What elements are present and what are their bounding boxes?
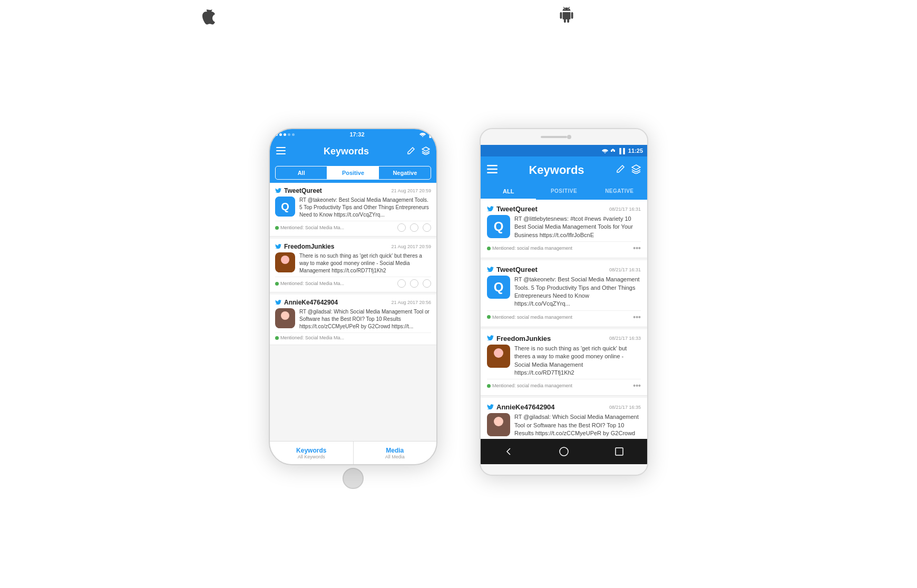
ios-bottom-tab-media[interactable]: Media All Media bbox=[354, 442, 437, 464]
ios-phone-wrapper: 17:32 ▐ bbox=[269, 128, 437, 492]
ios-tweet-1-actions[interactable] bbox=[397, 223, 431, 232]
android-tweet-3-user: FreedomJunkies bbox=[487, 335, 551, 342]
ios-bottom-tab-keywords[interactable]: Keywords All Keywords bbox=[270, 442, 354, 464]
android-tab-positive[interactable]: POSITIVE bbox=[536, 184, 591, 200]
android-tweet-1-user: TweetQureet bbox=[487, 205, 538, 213]
android-tab-negative[interactable]: NEGATIVE bbox=[592, 184, 647, 200]
ios-tweet-1[interactable]: TweetQureet 21 Aug 2017 20:59 Q RT @take… bbox=[270, 183, 436, 237]
svg-rect-2 bbox=[276, 150, 286, 151]
android-menu-icon[interactable] bbox=[487, 165, 497, 175]
ios-edit-icon[interactable] bbox=[407, 146, 415, 156]
ios-tweet-3-date: 21 Aug 2017 20:56 bbox=[391, 300, 431, 305]
ios-tweet-3-body: RT @giladsal: Which Social Media Managem… bbox=[275, 308, 431, 330]
ios-bottom-tab-media-label: Media bbox=[386, 447, 404, 454]
android-tweet-4[interactable]: AnnieKe47642904 08/21/17 16:35 bbox=[481, 398, 647, 439]
ios-tweet-1-username: TweetQureet bbox=[284, 187, 322, 194]
android-edit-icon[interactable] bbox=[616, 164, 625, 176]
android-battery: ▐▐ bbox=[618, 148, 625, 154]
svg-text:Q: Q bbox=[494, 219, 504, 233]
android-tweet-2-more[interactable]: ••• bbox=[633, 313, 641, 321]
ios-app-header: Keywords bbox=[270, 140, 436, 163]
ios-tweet-2-action-3[interactable] bbox=[423, 279, 431, 288]
iphone-frame: 17:32 ▐ bbox=[269, 128, 437, 465]
ios-tweet-2-date: 21 Aug 2017 20:59 bbox=[391, 244, 431, 249]
android-tweet-1-header: TweetQureet 08/21/17 16:31 bbox=[487, 205, 641, 213]
ios-tab-all[interactable]: All bbox=[276, 166, 327, 179]
android-phone-wrapper: ▐▐ 11:25 Keywords bbox=[480, 128, 648, 476]
android-tweet-3-more[interactable]: ••• bbox=[633, 381, 641, 390]
android-screen: ▐▐ 11:25 Keywords bbox=[481, 145, 647, 464]
android-tab-all[interactable]: ALL bbox=[481, 184, 536, 200]
android-app-header: Keywords bbox=[481, 156, 647, 184]
android-tweet-1-more[interactable]: ••• bbox=[633, 244, 641, 252]
android-tweet-4-text: RT @giladsal: Which Social Media Managem… bbox=[514, 413, 641, 439]
ios-tabs: All Positive Negative bbox=[275, 166, 431, 180]
android-back-button[interactable] bbox=[501, 444, 516, 459]
android-tweet-2-body: Q RT @takeonetv: Best Social Media Manag… bbox=[487, 276, 641, 308]
android-tweet-1-body: Q RT @littlebytesnews: #tcot #news #vari… bbox=[487, 215, 641, 239]
android-speaker bbox=[541, 136, 567, 138]
ios-tweet-2[interactable]: FreedomJunkies 21 Aug 2017 20:59 T bbox=[270, 239, 436, 292]
android-tweet-1[interactable]: TweetQureet 08/21/17 16:31 Q R bbox=[481, 200, 647, 258]
android-recents-button[interactable] bbox=[612, 444, 627, 459]
android-tweet-2-user: TweetQureet bbox=[487, 266, 538, 273]
ios-tweet-3-text: RT @giladsal: Which Social Media Managem… bbox=[299, 308, 431, 330]
android-tweet-1-green-dot bbox=[487, 247, 491, 250]
ios-tweet-2-action-2[interactable] bbox=[410, 279, 418, 288]
android-top-bar bbox=[481, 129, 647, 145]
android-header-title: Keywords bbox=[529, 163, 584, 177]
android-tweet-3-avatar bbox=[487, 345, 510, 368]
android-tweet-2[interactable]: TweetQureet 08/21/17 16:31 Q R bbox=[481, 260, 647, 327]
ios-tweet-3-bird bbox=[275, 299, 281, 306]
ios-tweet-1-action-3[interactable] bbox=[423, 223, 431, 232]
android-tweet-2-bird bbox=[487, 266, 494, 273]
android-tweet-2-avatar: Q bbox=[487, 276, 510, 299]
svg-rect-14 bbox=[487, 169, 497, 170]
android-bottom-bar bbox=[481, 464, 647, 475]
android-tweet-1-footer: Mentioned: social media management ••• bbox=[487, 241, 641, 252]
ios-layers-icon[interactable] bbox=[422, 146, 430, 156]
ios-tweet-2-action-1[interactable] bbox=[397, 279, 406, 288]
ios-tweet-1-body: Q RT @takeonetv: Best Social Media Manag… bbox=[275, 197, 431, 219]
ios-tweet-1-header: TweetQureet 21 Aug 2017 20:59 bbox=[275, 187, 431, 194]
android-tweet-4-body: RT @giladsal: Which Social Media Managem… bbox=[487, 413, 641, 439]
ios-tweet-1-avatar: Q bbox=[275, 197, 295, 217]
ios-tweet-3-green-dot bbox=[275, 336, 279, 340]
android-tweet-3-body: There is no such thing as 'get rich quic… bbox=[487, 345, 641, 377]
ios-tweet-1-action-2[interactable] bbox=[410, 223, 418, 232]
android-layers-icon[interactable] bbox=[631, 164, 641, 176]
android-tweet-4-user: AnnieKe47642904 bbox=[487, 403, 555, 411]
ios-tab-positive[interactable]: Positive bbox=[327, 166, 379, 179]
android-nav-bar bbox=[481, 439, 647, 464]
svg-text:Q: Q bbox=[281, 201, 289, 212]
android-tweet-3-green-dot bbox=[487, 384, 491, 388]
ios-tab-negative[interactable]: Negative bbox=[379, 166, 431, 179]
iphone-home-button[interactable] bbox=[343, 468, 364, 489]
android-tweet-3[interactable]: FreedomJunkies 08/21/17 16:33 bbox=[481, 329, 647, 396]
ios-tweet-1-action-1[interactable] bbox=[397, 223, 406, 232]
ios-menu-icon[interactable] bbox=[276, 146, 286, 157]
ios-tabs-container: All Positive Negative bbox=[270, 163, 436, 183]
ios-tweet-1-bird bbox=[275, 187, 281, 194]
android-tweet-4-username: AnnieKe47642904 bbox=[496, 403, 555, 411]
android-frame: ▐▐ 11:25 Keywords bbox=[480, 128, 648, 476]
svg-rect-1 bbox=[276, 147, 286, 148]
android-tweet-2-username: TweetQureet bbox=[496, 266, 538, 273]
ios-tweet-2-mentioned: Mentioned: Social Media Ma... bbox=[275, 281, 344, 286]
android-tweet-3-footer: Mentioned: social media management ••• bbox=[487, 379, 641, 390]
ios-tweet-3[interactable]: AnnieKe47642904 21 Aug 2017 20:56 bbox=[270, 295, 436, 345]
android-tweet-2-mentioned: Mentioned: social media management bbox=[487, 315, 572, 320]
ios-status-bar: 17:32 ▐ bbox=[270, 129, 436, 140]
ios-tweets-list: TweetQureet 21 Aug 2017 20:59 Q RT @take… bbox=[270, 183, 436, 441]
ios-tweet-3-header: AnnieKe47642904 21 Aug 2017 20:56 bbox=[275, 299, 431, 306]
android-home-button[interactable] bbox=[557, 444, 571, 459]
ios-tweet-3-avatar bbox=[275, 308, 295, 328]
ios-bottom-tab-bar: Keywords All Keywords Media All Media bbox=[270, 441, 436, 464]
android-tweet-2-date: 08/21/17 16:31 bbox=[609, 267, 641, 272]
ios-tweet-2-actions[interactable] bbox=[397, 279, 431, 288]
svg-rect-27 bbox=[616, 448, 623, 455]
ios-bottom-tab-keywords-label: Keywords bbox=[296, 447, 326, 454]
ios-header-title: Keywords bbox=[324, 146, 369, 157]
ios-tweet-2-username: FreedomJunkies bbox=[284, 243, 334, 250]
android-header-icons bbox=[616, 164, 641, 176]
